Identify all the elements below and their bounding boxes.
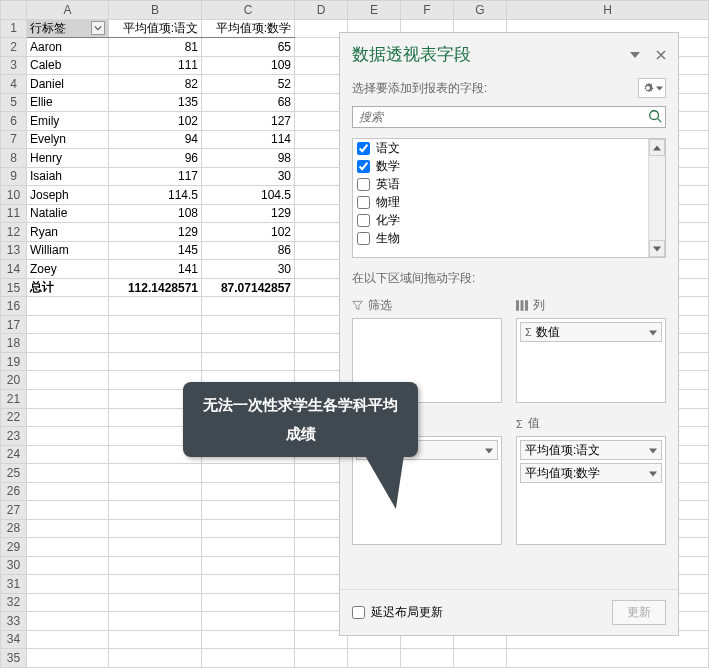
col-header[interactable]: F — [401, 1, 454, 20]
row-header[interactable]: 35 — [1, 649, 27, 668]
row-header[interactable]: 4 — [1, 75, 27, 94]
cell[interactable]: 117 — [109, 167, 202, 186]
cell[interactable] — [109, 575, 202, 594]
cell[interactable] — [401, 649, 454, 668]
row-header[interactable]: 11 — [1, 204, 27, 223]
cell[interactable] — [295, 649, 348, 668]
cell[interactable]: 30 — [202, 167, 295, 186]
row-header[interactable]: 18 — [1, 334, 27, 353]
field-item[interactable]: 物理 — [353, 193, 665, 211]
row-header[interactable]: 25 — [1, 464, 27, 483]
cell[interactable] — [27, 482, 109, 501]
cell[interactable]: Evelyn — [27, 130, 109, 149]
row-header[interactable]: 5 — [1, 93, 27, 112]
cell[interactable]: 82 — [109, 75, 202, 94]
total-cell[interactable]: 112.1428571 — [109, 278, 202, 297]
col-header[interactable]: G — [454, 1, 507, 20]
row-header[interactable]: 19 — [1, 352, 27, 371]
cell[interactable]: 129 — [109, 223, 202, 242]
cell[interactable] — [109, 593, 202, 612]
cell[interactable]: 65 — [202, 38, 295, 57]
total-label-cell[interactable]: 总计 — [27, 278, 109, 297]
cell[interactable]: 96 — [109, 149, 202, 168]
cell[interactable]: 104.5 — [202, 186, 295, 205]
cell[interactable] — [27, 445, 109, 464]
field-checkbox[interactable] — [357, 196, 370, 209]
field-item[interactable]: 语文 — [353, 139, 665, 157]
chevron-down-icon[interactable] — [485, 443, 493, 457]
cell[interactable] — [109, 352, 202, 371]
cell[interactable]: Ellie — [27, 93, 109, 112]
cell[interactable] — [202, 501, 295, 520]
row-header[interactable]: 9 — [1, 167, 27, 186]
row-header[interactable]: 28 — [1, 519, 27, 538]
values-area[interactable]: Σ值 平均值项:语文平均值项:数学 — [516, 415, 666, 545]
scroll-down-icon[interactable] — [649, 240, 665, 257]
cell[interactable]: Zoey — [27, 260, 109, 279]
cell[interactable]: 141 — [109, 260, 202, 279]
cell[interactable] — [109, 556, 202, 575]
cell[interactable] — [27, 612, 109, 631]
cell[interactable]: 102 — [109, 112, 202, 131]
cell[interactable]: 68 — [202, 93, 295, 112]
gear-icon[interactable] — [638, 78, 666, 98]
row-header[interactable]: 34 — [1, 630, 27, 649]
row-header[interactable]: 12 — [1, 223, 27, 242]
row-header[interactable]: 32 — [1, 593, 27, 612]
field-checkbox[interactable] — [357, 160, 370, 173]
cell[interactable]: Ryan — [27, 223, 109, 242]
cell[interactable]: 129 — [202, 204, 295, 223]
field-checkbox[interactable] — [357, 142, 370, 155]
cell[interactable]: 102 — [202, 223, 295, 242]
cell[interactable] — [27, 408, 109, 427]
cell[interactable]: 30 — [202, 260, 295, 279]
cell[interactable] — [202, 556, 295, 575]
defer-layout-checkbox[interactable] — [352, 606, 365, 619]
row-header[interactable]: 33 — [1, 612, 27, 631]
row-header[interactable]: 15 — [1, 278, 27, 297]
row-header[interactable]: 29 — [1, 538, 27, 557]
row-header[interactable]: 2 — [1, 38, 27, 57]
field-list[interactable]: 语文数学英语物理化学生物 — [352, 138, 666, 258]
cell[interactable] — [27, 538, 109, 557]
cell[interactable]: Isaiah — [27, 167, 109, 186]
search-input[interactable] — [352, 106, 666, 128]
cell[interactable] — [27, 501, 109, 520]
row-header[interactable]: 3 — [1, 56, 27, 75]
cell[interactable]: 114.5 — [109, 186, 202, 205]
cell[interactable] — [202, 297, 295, 316]
cell[interactable]: Natalie — [27, 204, 109, 223]
cell[interactable]: 平均值项:语文 — [109, 19, 202, 38]
update-button[interactable]: 更新 — [612, 600, 666, 625]
cell[interactable] — [27, 519, 109, 538]
cell[interactable]: 平均值项:数学 — [202, 19, 295, 38]
cell[interactable] — [202, 334, 295, 353]
col-header[interactable]: H — [507, 1, 709, 20]
cell[interactable] — [109, 538, 202, 557]
cell[interactable] — [109, 482, 202, 501]
field-chip[interactable]: Σ数值 — [520, 322, 662, 342]
filter-dropdown-icon[interactable] — [91, 21, 105, 35]
field-chip[interactable]: 平均值项:语文 — [520, 440, 662, 460]
search-icon[interactable] — [648, 109, 662, 126]
row-header[interactable]: 17 — [1, 315, 27, 334]
row-header[interactable]: 24 — [1, 445, 27, 464]
cell[interactable] — [27, 427, 109, 446]
cell[interactable] — [109, 464, 202, 483]
field-chip[interactable]: 平均值项:数学 — [520, 463, 662, 483]
cell[interactable]: 127 — [202, 112, 295, 131]
cell[interactable]: Daniel — [27, 75, 109, 94]
cell[interactable] — [202, 612, 295, 631]
cell[interactable] — [27, 352, 109, 371]
row-header[interactable]: 31 — [1, 575, 27, 594]
col-header[interactable]: C — [202, 1, 295, 20]
cell[interactable] — [27, 464, 109, 483]
scroll-up-icon[interactable] — [649, 139, 665, 156]
cell[interactable] — [202, 538, 295, 557]
cell[interactable] — [27, 297, 109, 316]
row-header[interactable]: 7 — [1, 130, 27, 149]
row-header[interactable]: 6 — [1, 112, 27, 131]
columns-area[interactable]: 列 Σ数值 — [516, 297, 666, 403]
chevron-down-icon[interactable] — [649, 466, 657, 480]
cell[interactable] — [27, 371, 109, 390]
